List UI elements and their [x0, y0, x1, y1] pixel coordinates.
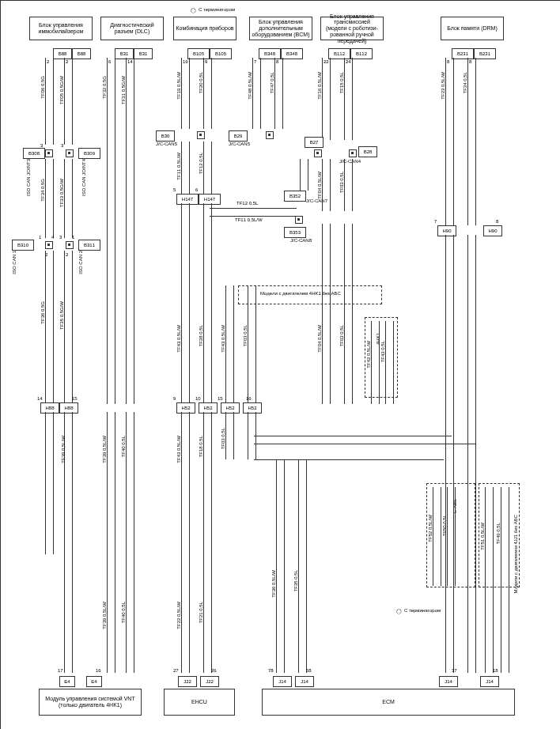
conn-b30: B30: [156, 130, 175, 142]
vnt-block: Модуль управления системой VNT (только д…: [39, 689, 142, 716]
conn-j14: J14: [273, 676, 292, 687]
wiring-diagram: ◯ С терминатором Блок управления иммобил…: [0, 0, 560, 729]
conn-b27: B27: [305, 137, 324, 148]
conn-j14: J14: [480, 676, 499, 687]
bcm-block: Блок управления дополнительным оборудова…: [249, 17, 312, 40]
term-label: С терминатором: [199, 7, 235, 12]
conn-b309: B309: [78, 148, 100, 159]
conn-j22: J22: [178, 676, 197, 687]
ecm-block: ECM: [262, 689, 515, 716]
conn-b348: B348: [281, 48, 303, 59]
conn-b31: B31: [134, 48, 153, 59]
conn-b353: B353: [284, 227, 306, 238]
conn-b105: B105: [210, 48, 232, 59]
dlc-block: Диагностический разъем (DLC): [100, 17, 164, 40]
conn-b311: B311: [78, 240, 100, 251]
term-bottom: ◯: [396, 608, 402, 614]
conn-e4: E4: [59, 676, 75, 687]
conn-b308: B308: [23, 148, 45, 159]
conn-b352: B352: [284, 191, 306, 202]
conn-j14: J14: [439, 676, 458, 687]
conn-b310: B310: [12, 240, 34, 251]
conn-b112: B112: [350, 48, 373, 59]
conn-e4: E4: [86, 676, 102, 687]
conn-j14: J14: [295, 676, 314, 687]
conn-h90: H90: [483, 225, 502, 236]
trans-block: Блок управления трансмиссией (модели с р…: [320, 17, 384, 40]
term-label: ◯: [191, 7, 196, 13]
immobilizer-block: Блок управления иммобилайзером: [29, 17, 93, 40]
conn-b88: B88: [72, 48, 91, 59]
conn-b231: B231: [474, 48, 496, 59]
conn-b28: B28: [358, 146, 377, 157]
conn-j22: J22: [200, 676, 219, 687]
cluster-block: Комбинация приборов: [173, 17, 236, 40]
conn-b29: B29: [229, 130, 248, 142]
ehcu-block: EHCU: [164, 689, 235, 716]
drm-block: Блок памяти (DRM): [441, 17, 504, 40]
